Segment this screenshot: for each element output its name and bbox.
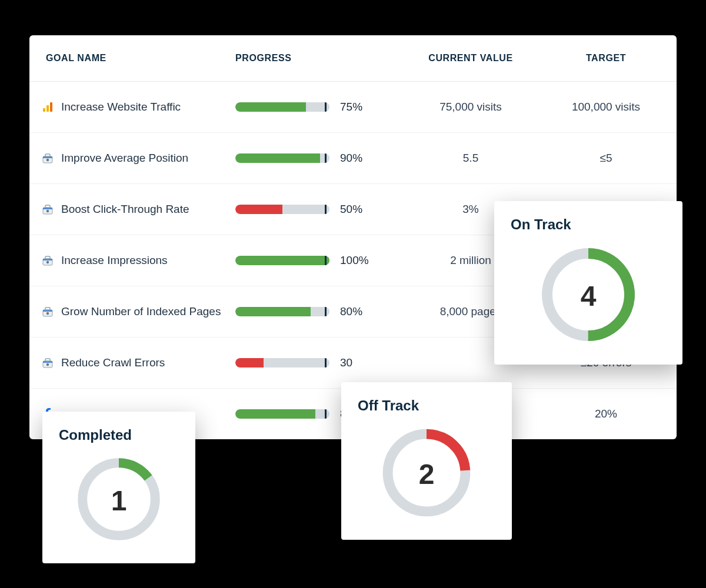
svg-rect-17 [45, 308, 50, 310]
progress-label: 80% [340, 305, 369, 318]
progress-bar [235, 358, 329, 368]
off-track-donut: 2 [379, 426, 474, 522]
progress-bar [235, 256, 329, 265]
toolbox-icon [41, 305, 54, 318]
toolbox-icon [41, 203, 54, 216]
goal-name-text: Increase Website Traffic [61, 101, 181, 113]
progress-bar [235, 153, 329, 163]
progress-bar [235, 205, 329, 214]
svg-point-6 [46, 159, 49, 161]
cell-target: 20% [547, 407, 665, 420]
toolbox-icon [41, 356, 54, 369]
cell-goal-name: Increase Website Traffic [41, 101, 235, 113]
svg-point-18 [46, 312, 49, 315]
cell-progress: 90% [235, 152, 394, 165]
table-header: GOAL NAME PROGRESS CURRENT VALUE TARGET [29, 35, 677, 82]
progress-label: 50% [340, 203, 369, 216]
on-track-value: 4 [538, 245, 638, 347]
svg-point-14 [46, 261, 49, 263]
off-track-value: 2 [379, 426, 474, 522]
table-row[interactable]: Improve Average Position90%5.5≤5 [29, 133, 677, 184]
goal-name-text: Increase Impressions [61, 254, 168, 267]
goal-name-text: Reduce Crawl Errors [61, 356, 165, 369]
svg-rect-9 [45, 205, 50, 208]
goal-name-text: Improve Average Position [61, 152, 188, 165]
progress-label: 90% [340, 152, 369, 165]
cell-goal-name: Increase Impressions [41, 254, 235, 267]
cell-target: ≤5 [547, 152, 665, 165]
col-header-current: CURRENT VALUE [394, 53, 547, 64]
progress-bar [235, 307, 329, 316]
cell-progress: 100% [235, 254, 394, 267]
goal-name-text: Boost Click-Through Rate [61, 203, 189, 216]
completed-donut: 1 [75, 455, 163, 546]
cell-goal-name: Grow Number of Indexed Pages [41, 305, 235, 318]
cell-progress: 50% [235, 203, 394, 216]
svg-rect-2 [50, 102, 52, 112]
cell-progress: 75% [235, 101, 394, 113]
toolbox-icon [41, 254, 54, 267]
cell-current-value: 5.5 [394, 152, 547, 165]
progress-label: 100% [340, 254, 369, 267]
on-track-donut: 4 [538, 245, 638, 347]
cell-goal-name: Boost Click-Through Rate [41, 203, 235, 216]
cell-progress: 80% [235, 305, 394, 318]
col-header-target: TARGET [547, 53, 665, 64]
progress-label: 30 [340, 356, 369, 369]
on-track-title: On Track [511, 216, 666, 233]
svg-rect-13 [45, 256, 50, 259]
svg-rect-1 [46, 105, 49, 112]
svg-rect-21 [45, 359, 50, 361]
on-track-card: On Track 4 [494, 201, 682, 365]
cell-current-value: 75,000 visits [394, 101, 547, 113]
progress-bar [235, 409, 329, 419]
col-header-progress: PROGRESS [235, 53, 394, 64]
off-track-title: Off Track [358, 397, 495, 414]
analytics-icon [41, 101, 54, 113]
progress-bar [235, 102, 329, 112]
svg-point-22 [46, 363, 49, 366]
svg-rect-0 [43, 108, 45, 112]
completed-card: Completed 1 [42, 412, 195, 563]
table-row[interactable]: Increase Website Traffic75%75,000 visits… [29, 82, 677, 133]
cell-progress: 30 [235, 356, 394, 369]
toolbox-icon [41, 152, 54, 165]
cell-target: 100,000 visits [547, 101, 665, 113]
cell-goal-name: Improve Average Position [41, 152, 235, 165]
cell-goal-name: Reduce Crawl Errors [41, 356, 235, 369]
svg-point-10 [46, 210, 49, 212]
goal-name-text: Grow Number of Indexed Pages [61, 305, 221, 318]
completed-title: Completed [59, 427, 179, 443]
completed-value: 1 [75, 455, 163, 546]
col-header-name: GOAL NAME [41, 53, 235, 64]
svg-rect-5 [45, 154, 50, 156]
off-track-card: Off Track 2 [341, 382, 512, 540]
progress-label: 75% [340, 101, 369, 113]
